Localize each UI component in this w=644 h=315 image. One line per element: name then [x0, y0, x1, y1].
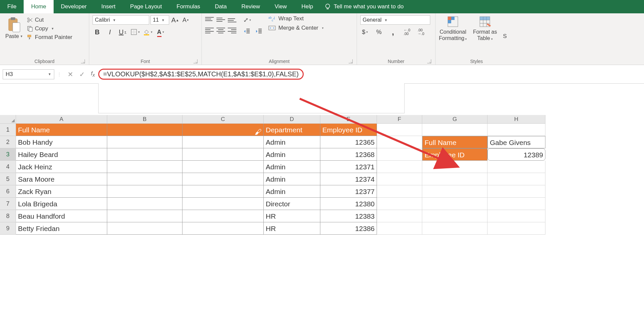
cell-b4[interactable] [107, 161, 182, 173]
cell-h8[interactable] [487, 210, 545, 222]
cell-g4[interactable] [422, 161, 487, 173]
row-header-9[interactable]: 9 [0, 222, 16, 235]
cell-f1[interactable] [377, 124, 422, 136]
number-launcher[interactable] [427, 59, 431, 63]
cell-c4[interactable] [182, 161, 264, 173]
cell-d2[interactable]: Admin [264, 136, 320, 148]
percent-button[interactable]: % [374, 27, 384, 37]
cell-d3[interactable]: Admin [264, 148, 320, 161]
cell-d5[interactable]: Admin [264, 173, 320, 185]
col-header-g[interactable]: G [422, 115, 487, 124]
cell-b6[interactable] [107, 185, 182, 198]
cell-f4[interactable] [377, 161, 422, 173]
format-painter-button[interactable]: Format Painter [27, 34, 72, 41]
cell-b3[interactable] [107, 148, 182, 161]
cell-d7[interactable]: Director [264, 198, 320, 210]
col-header-h[interactable]: H [487, 115, 545, 124]
cell-e6[interactable]: 12377 [320, 185, 377, 198]
align-left-button[interactable] [205, 27, 214, 34]
cell-a9[interactable]: Betty Friedan [16, 222, 107, 235]
cancel-formula-button[interactable]: ✕ [68, 70, 73, 78]
cell-c5[interactable] [182, 173, 264, 185]
col-header-b[interactable]: B [107, 115, 182, 124]
cut-button[interactable]: Cut [27, 17, 72, 23]
row-header-1[interactable]: 1 [0, 124, 16, 136]
cell-b2[interactable] [107, 136, 182, 148]
cell-c3[interactable] [182, 148, 264, 161]
row-header-4[interactable]: 4 [0, 161, 16, 173]
tab-developer[interactable]: Developer [54, 0, 94, 13]
cell-e5[interactable]: 12374 [320, 173, 377, 185]
font-color-button[interactable]: A▾ [156, 27, 165, 37]
row-header-3[interactable]: 3 [0, 148, 16, 161]
cell-a3[interactable]: Hailey Beard [16, 148, 107, 161]
cell-a1[interactable]: Full Name [16, 124, 107, 136]
cell-b7[interactable] [107, 198, 182, 210]
tell-me-search[interactable]: Tell me what you want to do [320, 0, 404, 13]
align-right-button[interactable] [228, 27, 236, 34]
comma-button[interactable]: , [388, 27, 398, 37]
underline-button[interactable]: U▾ [118, 27, 127, 37]
decrease-indent-button[interactable] [242, 27, 252, 36]
cell-a5[interactable]: Sara Moore [16, 173, 107, 185]
clipboard-launcher[interactable] [81, 59, 85, 63]
cell-b9[interactable] [107, 222, 182, 235]
cell-g2[interactable]: Full Name [422, 136, 487, 148]
wrap-text-button[interactable]: abc Wrap Text [268, 15, 324, 22]
increase-decimal-button[interactable]: ←.0.00 [402, 27, 412, 37]
cell-a4[interactable]: Jack Heinz [16, 161, 107, 173]
font-size-combo[interactable]: 11▼ [151, 15, 169, 25]
cell-e4[interactable]: 12371 [320, 161, 377, 173]
cell-f5[interactable] [377, 173, 422, 185]
cell-f2[interactable] [377, 136, 422, 148]
cell-h9[interactable] [487, 222, 545, 235]
cell-h4[interactable] [487, 161, 545, 173]
cell-d1[interactable]: Department [264, 124, 320, 136]
font-launcher[interactable] [193, 59, 197, 63]
cell-f9[interactable] [377, 222, 422, 235]
align-top-button[interactable] [205, 15, 214, 23]
cell-d4[interactable]: Admin [264, 161, 320, 173]
fill-color-button[interactable]: ▾ [143, 27, 153, 37]
cell-c2[interactable] [182, 136, 264, 148]
copy-button[interactable]: Copy▼ [27, 25, 72, 32]
cell-a2[interactable]: Bob Handy [16, 136, 107, 148]
paste-button[interactable]: Paste▼ [3, 15, 25, 57]
cell-g6[interactable] [422, 185, 487, 198]
cell-g8[interactable] [422, 210, 487, 222]
col-header-c[interactable]: C [182, 115, 264, 124]
cell-e3[interactable]: 12368 [320, 148, 377, 161]
cell-c1[interactable]: 🖌 [182, 124, 264, 136]
cell-g3[interactable]: Employee ID [422, 148, 487, 161]
cell-d6[interactable]: Admin [264, 185, 320, 198]
borders-button[interactable]: ▾ [131, 27, 140, 37]
accounting-format-button[interactable]: $▾ [360, 27, 370, 37]
cell-b5[interactable] [107, 173, 182, 185]
merge-center-button[interactable]: Merge & Center▾ [268, 25, 324, 31]
cell-g9[interactable] [422, 222, 487, 235]
cell-e8[interactable]: 12383 [320, 210, 377, 222]
increase-indent-button[interactable] [254, 27, 264, 36]
cell-f7[interactable] [377, 198, 422, 210]
tab-page-layout[interactable]: Page Layout [123, 0, 169, 13]
col-header-e[interactable]: E [320, 115, 377, 124]
select-all-corner[interactable] [0, 115, 16, 124]
tab-data[interactable]: Data [207, 0, 234, 13]
decrease-font-button[interactable]: A▼ [181, 15, 190, 25]
align-center-button[interactable] [216, 27, 225, 34]
row-header-6[interactable]: 6 [0, 185, 16, 198]
row-header-7[interactable]: 7 [0, 198, 16, 210]
increase-font-button[interactable]: A▲ [170, 15, 180, 25]
cell-e1[interactable]: Employee ID [320, 124, 377, 136]
cell-a7[interactable]: Lola Brigeda [16, 198, 107, 210]
tab-formulas[interactable]: Formulas [169, 0, 207, 13]
orientation-button[interactable]: ⤢▾ [242, 15, 252, 25]
format-as-table-button[interactable]: Format asTable▾ [473, 15, 497, 57]
row-header-2[interactable]: 2 [0, 136, 16, 148]
cell-e7[interactable]: 12380 [320, 198, 377, 210]
bold-button[interactable]: B [93, 27, 102, 37]
cell-g1[interactable] [422, 124, 487, 136]
tab-insert[interactable]: Insert [94, 0, 123, 13]
col-header-d[interactable]: D [264, 115, 320, 124]
cell-e2[interactable]: 12365 [320, 136, 377, 148]
